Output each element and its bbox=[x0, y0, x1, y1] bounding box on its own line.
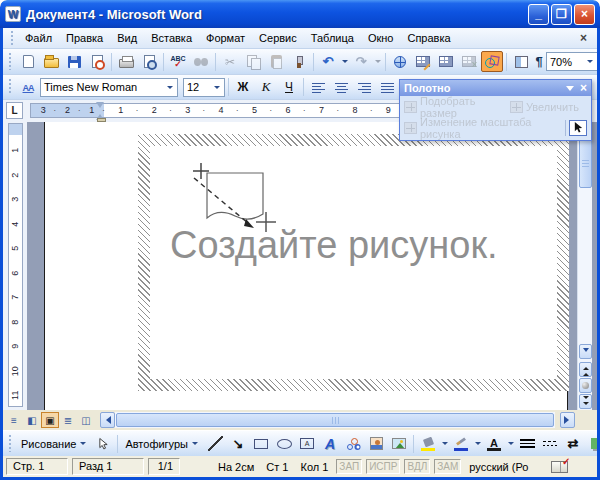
permission-button[interactable] bbox=[86, 51, 108, 72]
styles-button[interactable] bbox=[17, 77, 39, 98]
font-size-combo[interactable]: 12 bbox=[183, 78, 225, 97]
menu-item-format[interactable]: Формат bbox=[199, 30, 252, 46]
insert-picture-button[interactable] bbox=[388, 433, 410, 454]
insert-hyperlink-button[interactable] bbox=[389, 51, 411, 72]
menu-item-edit[interactable]: Правка bbox=[59, 30, 110, 46]
select-browse-object-button[interactable] bbox=[579, 378, 592, 393]
toolbar-grip[interactable] bbox=[8, 53, 13, 71]
redo-dropdown[interactable] bbox=[373, 52, 382, 72]
undo-dropdown[interactable] bbox=[340, 52, 349, 72]
undo-button[interactable] bbox=[317, 51, 339, 72]
palette-close-icon[interactable]: × bbox=[580, 81, 587, 95]
clip-art-button[interactable] bbox=[365, 433, 387, 454]
fill-color-dropdown[interactable] bbox=[440, 434, 449, 454]
scale-drawing-button[interactable]: Изменение масштаба рисунка bbox=[404, 116, 553, 140]
web-layout-view-button[interactable]: ◧ bbox=[23, 412, 41, 428]
save-button[interactable] bbox=[63, 51, 85, 72]
drawing-canvas[interactable]: Создайте рисунок. bbox=[150, 146, 557, 379]
line-style-button[interactable] bbox=[516, 433, 538, 454]
outline-view-button[interactable]: ≣ bbox=[59, 412, 77, 428]
toolbar-grip[interactable] bbox=[8, 79, 13, 96]
menu-item-tools[interactable]: Сервис bbox=[252, 30, 304, 46]
bold-button[interactable]: Ж bbox=[232, 77, 254, 98]
justify-button[interactable] bbox=[376, 77, 398, 98]
tab-selector[interactable]: L bbox=[6, 102, 23, 119]
print-button[interactable] bbox=[115, 51, 137, 72]
print-layout-view-button[interactable]: ▣ bbox=[41, 412, 59, 428]
next-page-button[interactable] bbox=[579, 394, 592, 409]
spelling-button[interactable] bbox=[167, 51, 189, 72]
insert-table-button[interactable] bbox=[435, 51, 457, 72]
palette-select-objects-button[interactable] bbox=[569, 120, 587, 136]
rectangle-button[interactable] bbox=[250, 433, 272, 454]
font-color-dropdown[interactable] bbox=[506, 434, 515, 454]
font-dropdown-icon[interactable] bbox=[165, 79, 174, 96]
drawing-menu-button[interactable]: Рисование bbox=[17, 434, 91, 454]
status-toggle-overtype[interactable]: ЗАМ bbox=[434, 459, 461, 474]
align-left-button[interactable] bbox=[307, 77, 329, 98]
vertical-scrollbar[interactable] bbox=[577, 122, 592, 410]
size-dropdown-icon[interactable] bbox=[212, 79, 221, 96]
status-language[interactable]: русский (Ро bbox=[465, 461, 543, 473]
maximize-button[interactable]: ❐ bbox=[551, 4, 572, 25]
select-objects-button[interactable] bbox=[92, 433, 114, 454]
toolbar-grip[interactable] bbox=[10, 31, 15, 45]
zoom-combo[interactable]: 70% bbox=[546, 52, 598, 71]
minimize-button[interactable]: _ bbox=[528, 4, 549, 25]
font-color-button[interactable]: А bbox=[483, 433, 505, 454]
expand-button[interactable]: Увеличить bbox=[510, 101, 579, 113]
vertical-ruler[interactable]: 1234567891011 bbox=[3, 122, 27, 410]
status-toggle-record[interactable]: ЗАП bbox=[336, 459, 362, 474]
previous-page-button[interactable] bbox=[579, 362, 592, 377]
open-button[interactable] bbox=[40, 51, 62, 72]
menu-item-help[interactable]: Справка bbox=[400, 30, 457, 46]
print-preview-button[interactable] bbox=[138, 51, 160, 72]
line-color-dropdown[interactable] bbox=[473, 434, 482, 454]
tables-and-borders-button[interactable] bbox=[412, 51, 434, 72]
status-toggle-track-changes[interactable]: ИСПР bbox=[366, 459, 400, 474]
palette-dropdown-icon[interactable] bbox=[566, 86, 574, 95]
toolbar-grip[interactable] bbox=[8, 435, 13, 453]
text-box-button[interactable]: A bbox=[296, 433, 318, 454]
horizontal-scrollbar-thumb[interactable] bbox=[116, 413, 554, 427]
arrow-style-button[interactable] bbox=[562, 433, 584, 454]
autoshapes-menu-button[interactable]: Автофигуры bbox=[121, 434, 203, 454]
oval-button[interactable] bbox=[273, 433, 295, 454]
drawing-canvas-border[interactable]: Создайте рисунок. bbox=[138, 134, 569, 391]
insert-excel-button[interactable] bbox=[458, 51, 480, 72]
document-page[interactable]: Создайте рисунок. bbox=[44, 122, 568, 410]
spelling-status-book-icon[interactable] bbox=[551, 461, 568, 473]
title-bar[interactable]: W Документ4 - Microsoft Word _ ❐ × bbox=[0, 0, 600, 28]
redo-button[interactable] bbox=[350, 51, 372, 72]
menu-item-table[interactable]: Таблица bbox=[304, 30, 361, 46]
underline-button[interactable]: Ч bbox=[278, 77, 300, 98]
line-color-button[interactable] bbox=[450, 433, 472, 454]
document-close-icon[interactable]: × bbox=[574, 31, 593, 45]
horizontal-scrollbar[interactable] bbox=[115, 412, 555, 428]
vertical-scrollbar-thumb[interactable] bbox=[579, 138, 592, 188]
scroll-right-button[interactable] bbox=[560, 412, 575, 428]
italic-button[interactable]: К bbox=[255, 77, 277, 98]
paste-button[interactable] bbox=[265, 51, 287, 72]
cut-button[interactable] bbox=[219, 51, 241, 72]
scroll-down-button[interactable] bbox=[579, 344, 592, 359]
fill-color-button[interactable] bbox=[417, 433, 439, 454]
menu-item-insert[interactable]: Вставка bbox=[144, 30, 199, 46]
normal-view-button[interactable]: ≡ bbox=[5, 412, 23, 428]
menu-item-window[interactable]: Окно bbox=[361, 30, 401, 46]
font-name-combo[interactable]: Times New Roman bbox=[40, 78, 178, 97]
new-document-button[interactable] bbox=[17, 51, 39, 72]
dash-style-button[interactable] bbox=[539, 433, 561, 454]
align-right-button[interactable] bbox=[353, 77, 375, 98]
left-indent-marker[interactable] bbox=[97, 118, 106, 122]
document-map-button[interactable] bbox=[510, 51, 532, 72]
line-button[interactable] bbox=[204, 433, 226, 454]
wordart-button[interactable] bbox=[319, 433, 341, 454]
arrow-button[interactable] bbox=[227, 433, 249, 454]
copy-button[interactable] bbox=[242, 51, 264, 72]
research-button[interactable] bbox=[190, 51, 212, 72]
diagram-button[interactable] bbox=[342, 433, 364, 454]
drawing-button[interactable] bbox=[481, 51, 503, 72]
status-toggle-extend[interactable]: ВДЛ bbox=[404, 459, 430, 474]
show-hide-button[interactable] bbox=[533, 51, 545, 72]
